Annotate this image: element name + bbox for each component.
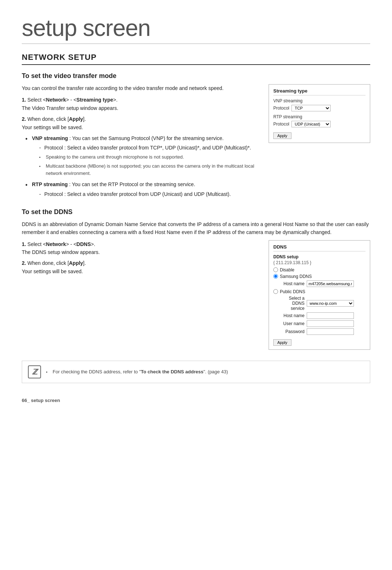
ddns-box-title: DDNS	[273, 244, 366, 251]
select-service-row: Select a DDNS service www.no-ip.com	[279, 296, 366, 311]
vnp-bullet: VNP streaming : You can set the Samsung …	[25, 134, 258, 177]
step-2-num: 2.	[22, 116, 26, 122]
video-transfer-intro: You can control the transfer rate accord…	[22, 84, 258, 92]
samsung-radio-row: Samsung DDNS	[273, 274, 366, 279]
video-transfer-content: You can control the transfer rate accord…	[22, 84, 370, 201]
ddns-apply-button[interactable]: Apply	[273, 339, 291, 346]
ddns-step-2: 2. When done, click [Apply]. Your settin…	[22, 259, 258, 275]
select-service-label: Select a DDNS service	[279, 296, 305, 311]
disable-radio-row: Disable	[273, 267, 366, 272]
ddns-service-select[interactable]: www.no-ip.com	[307, 300, 354, 307]
ddns-network-keyword: Network	[46, 241, 66, 247]
ddns-intro: DDNS is an abbreviation of Dynamic Domai…	[22, 220, 370, 237]
rtp-label: RTP streaming	[32, 181, 68, 187]
note-bold-phrase: To check the DDNS address	[141, 369, 203, 374]
vnp-group: VNP streaming Protocol TCP UDP (Unicast)…	[273, 98, 366, 111]
vnp-label: VNP streaming	[32, 135, 68, 141]
host-name-input[interactable]	[307, 280, 354, 287]
public-radio-row: Public DDNS	[273, 289, 366, 294]
password-input[interactable]	[307, 328, 354, 335]
host-name2-row: Host name	[279, 312, 366, 319]
ddns-steps-area: 1. Select <Network> - <DDNS>. The DDNS s…	[22, 240, 370, 350]
public-label: Public DDNS	[280, 289, 305, 294]
video-transfer-text: You can control the transfer rate accord…	[22, 84, 258, 201]
rtp-group-label: RTP streaming	[273, 114, 366, 119]
step-1-num: 1.	[22, 97, 26, 103]
disable-radio[interactable]	[273, 267, 278, 272]
disable-label: Disable	[280, 267, 294, 272]
ddns-step-2-sub: Your settings will be saved.	[22, 268, 83, 274]
streaming-type-box: Streaming type VNP streaming Protocol TC…	[269, 84, 370, 143]
rtp-bullet: RTP streaming : You can set the RTP Prot…	[25, 180, 258, 198]
user-name-row: User name	[279, 320, 366, 327]
ddns-step-1-num: 1.	[22, 241, 26, 247]
samsung-ddns-fields: Host name	[273, 280, 366, 287]
streaming-bullets: VNP streaming : You can set the Samsung …	[22, 134, 258, 198]
ddns-ip-address: { 211.219.138.115 }	[273, 260, 366, 265]
host-name-row: Host name	[279, 280, 366, 287]
host-name2-input[interactable]	[307, 312, 354, 319]
step-1: 1. Select <Network> - <Streaming type>. …	[22, 96, 258, 112]
ddns-box-content: DDNS setup { 211.219.138.115 } Disable S…	[273, 254, 366, 346]
ddns-box: DDNS DDNS setup { 211.219.138.115 } Disa…	[269, 240, 370, 350]
host-name-label: Host name	[279, 281, 305, 286]
note-icon: ℤ	[28, 365, 41, 378]
rtp-group: RTP streaming Protocol UDP (Unicast) UDP…	[273, 114, 366, 127]
streaming-box-col: Streaming type VNP streaming Protocol TC…	[269, 84, 370, 201]
user-name-input[interactable]	[307, 320, 354, 327]
ddns-steps: 1. Select <Network> - <DDNS>. The DDNS s…	[22, 240, 258, 276]
vnp-protocol-item: Protocol : Select a video transfer proto…	[39, 144, 258, 152]
video-transfer-subtitle: To set the video transfer mode	[22, 72, 370, 80]
ddns-step-1: 1. Select <Network> - <DDNS>. The DDNS s…	[22, 240, 258, 257]
ddns-content: DDNS is an abbreviation of Dynamic Domai…	[22, 220, 370, 350]
ddns-step-1-sub: The DDNS setup window appears.	[22, 249, 100, 255]
streaming-box-title: Streaming type	[273, 88, 366, 95]
streaming-apply-button[interactable]: Apply	[273, 132, 291, 139]
rtp-sub-list: Protocol : Select a video transfer proto…	[32, 190, 258, 198]
step-1-sub: The Video Transfer setup window appears.	[22, 105, 118, 111]
ddns-text-col: 1. Select <Network> - <DDNS>. The DDNS s…	[22, 240, 258, 350]
vnp-sub-list: Protocol : Select a video transfer proto…	[32, 144, 258, 152]
rtp-protocol-label: Protocol	[273, 122, 289, 127]
password-label: Password	[279, 329, 305, 334]
public-ddns-fields: Select a DDNS service www.no-ip.com Host…	[273, 296, 366, 335]
streaming-type-keyword: Streaming type	[77, 97, 113, 103]
network-keyword: Network	[46, 97, 66, 103]
vnp-protocol-row: Protocol TCP UDP (Unicast) UDP (Multicas…	[273, 105, 366, 111]
rtp-protocol-item: Protocol : Select a video transfer proto…	[39, 190, 258, 198]
page-title: setup screen	[22, 15, 370, 44]
ddns-apply-keyword: Apply	[69, 260, 83, 266]
vnp-note-1: Speaking to the camera unit through micr…	[39, 153, 258, 161]
host-name2-label: Host name	[279, 313, 305, 318]
note-item-1: For checking the DDNS address, refer to …	[46, 368, 228, 376]
samsung-radio[interactable]	[273, 274, 278, 279]
vnp-protocol-select[interactable]: TCP UDP (Unicast) UDP (Multicast)	[291, 105, 331, 111]
step-2-sub: Your settings will be saved.	[22, 124, 83, 130]
step-2: 2. When done, click [Apply]. Your settin…	[22, 115, 258, 131]
ddns-keyword: DDNS	[77, 241, 91, 247]
note-box: ℤ For checking the DDNS address, refer t…	[22, 361, 370, 383]
note-list: For checking the DDNS address, refer to …	[46, 368, 228, 376]
vnp-group-label: VNP streaming	[273, 98, 366, 103]
samsung-label: Samsung DDNS	[280, 274, 312, 279]
public-radio[interactable]	[273, 289, 278, 294]
vnp-note-2: Multicast backbone (MBone) is not suppor…	[39, 163, 258, 178]
vnp-protocol-label: Protocol	[273, 106, 289, 111]
ddns-step-2-num: 2.	[22, 260, 26, 266]
apply-keyword: Apply	[69, 116, 83, 122]
rtp-protocol-select[interactable]: UDP (Unicast) UDP (Multicast)	[291, 121, 331, 127]
page-footer: 66_ setup screen	[22, 398, 370, 403]
rtp-protocol-row: Protocol UDP (Unicast) UDP (Multicast)	[273, 121, 366, 127]
section-title: NETWORK SETUP	[22, 53, 370, 65]
ddns-box-col: DDNS DDNS setup { 211.219.138.115 } Disa…	[269, 240, 370, 350]
video-transfer-steps: 1. Select <Network> - <Streaming type>. …	[22, 96, 258, 131]
vnp-notes: Speaking to the camera unit through micr…	[32, 153, 258, 177]
ddns-subtitle: To set the DDNS	[22, 208, 370, 216]
note-content: For checking the DDNS address, refer to …	[46, 365, 228, 377]
ddns-setup-label: DDNS setup	[273, 254, 366, 259]
password-row: Password	[279, 328, 366, 335]
user-name-label: User name	[279, 321, 305, 326]
